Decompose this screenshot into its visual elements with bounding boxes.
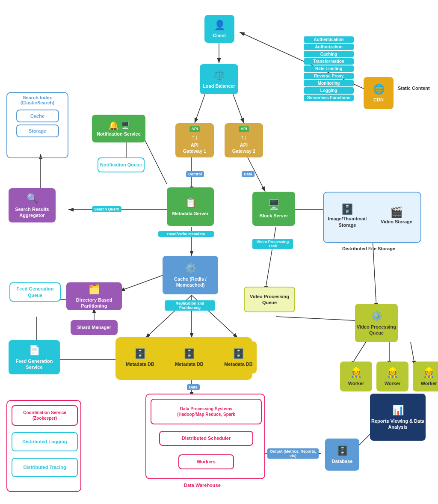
feed-generation-queue-node: Feed Generation Queue [9,282,61,302]
feature-transformation: Transformation [304,58,354,65]
metadata-server-label: Metadata Server [172,210,209,216]
svg-line-11 [120,274,167,291]
feature-list: Authentication Authorization Caching Tra… [304,36,354,101]
reports-icon: 📊 [392,404,404,417]
feed-service-icon: 📄 [29,344,40,357]
cache-icon: ⚙️ [185,262,196,275]
cdn-label: CDN [373,97,384,103]
cache-search-node: Cache [16,110,59,122]
worker-2-node: 👷 Worker [376,362,408,391]
storage-search-node: Storage [16,125,59,137]
api-gateway-1-label: APIGateway 1 [183,142,206,154]
video-processing-queue-small-node: Video Processing Queue [244,287,295,312]
api-gateway-2-node: API ↑↓ APIGateway 2 [225,123,263,157]
feature-logging: Logging [304,87,354,94]
video-processing-queue-large-node: ⚙️ Video Processing Queue [355,304,398,342]
feature-authorization: Authorization [304,44,354,50]
metadata-db-3-label: Metadata DB [224,361,253,367]
search-index-container: Search Index(ElasticSearch) Cache Storag… [6,92,68,158]
metadata-db-1-label: Metadata DB [126,361,154,367]
block-server-icon: 🖥️ [268,199,280,211]
data-processing-node: Data Processing Systems(Hadoop/Map Reduc… [151,399,262,424]
directory-icon: 🗂️ [89,283,100,296]
search-icon: 🔍 [27,193,38,205]
distributed-scheduler-label: Distributed Scheduler [182,435,231,441]
video-processing-task-label: Video Processing Task [252,239,293,249]
feed-generation-queue-label: Feed Generation Queue [10,286,60,298]
search-results-label: Search Results Aggregator [9,206,56,219]
svg-line-4 [195,93,205,123]
static-content-label: Static Content [398,86,430,91]
metadata-db-2-node: 🗄️ Metadata DB [171,341,207,374]
coordination-service-node: Coordination Service(Zookeeper) [12,405,78,426]
server-icon: 🖥️ [121,121,130,130]
search-results-aggregator-node: 🔍 Search Results Aggregator [9,188,56,222]
search-query-label: Search Query [92,206,121,212]
data-warehouse-container: Data Processing Systems(Hadoop/Map Reduc… [145,394,265,479]
video-storage-node: 🎬 Video Storage [375,196,418,234]
feature-caching: Caching [304,51,354,57]
client-node: 👤 Client [204,15,234,43]
notification-icon: 🔔 [108,120,119,131]
db2-icon: 🗄️ [183,348,195,360]
image-thumbnail-label: Image/Thumbnail Storage [326,216,369,228]
metadata-db-3-node: 🗄️ Metadata DB [220,341,257,374]
feature-reverse-proxy: Reverse Proxy [304,73,354,79]
notification-service-label: Notification Service [97,131,141,137]
cache-search-label: Cache [30,113,44,119]
workers-dw-label: Workers [197,459,216,465]
svg-line-5 [233,93,244,123]
control-label: Control [186,171,204,177]
image-storage-icon: 🗄️ [341,202,354,216]
distributed-logging-node: Distributed Logging [12,432,78,451]
coordination-service-label: Coordination Service(Zookeeper) [23,410,66,421]
database-node: 🗄️ Database [325,439,359,471]
read-write-label: Read/Write Metadata [158,231,214,237]
metadata-server-node: 📋 Metadata Server [167,187,214,226]
notification-queue-node: Notification Queue [98,157,145,172]
cache-redis-label: Cache (Redis / Memcached) [163,276,218,288]
svg-line-19 [265,227,276,291]
metadata-server-icon: 📋 [185,197,196,209]
search-index-title: Search Index(ElasticSearch) [7,93,68,107]
output-label: Output (Metrics, Reports, etc) [267,448,319,459]
worker-2-label: Worker [385,380,401,386]
feed-generation-service-node: 📄 Feed Generation Service [9,340,60,374]
feature-rate-limiting: Rate Limiting [304,65,354,72]
storage-search-label: Storage [29,128,46,134]
metadata-db-1-node: 🗄️ Metadata DB [122,341,158,374]
feature-serverless: Serverless Functions [304,95,354,101]
api-tag-1: API [189,126,199,132]
worker-1-node: 👷 Worker [340,362,372,391]
block-server-node: 🖥️ Block Server [252,192,295,226]
svg-line-20 [276,317,364,321]
load-balancer-label: Load Balancer [203,83,235,89]
data-warehouse-label: Data Warehouse [184,483,221,488]
api-tag-2: API [239,126,249,132]
block-server-label: Block Server [259,213,288,219]
database-icon: 🗄️ [337,445,348,457]
video-queue-icon: ⚙️ [371,310,382,323]
data-processing-label: Data Processing Systems(Hadoop/Map Reduc… [177,406,235,417]
database-label: Database [332,458,353,464]
shard-manager-node: Shard Manager [71,320,118,335]
worker3-icon: 👷 [423,367,435,379]
worker-3-label: Worker [421,380,437,386]
feature-monitoring: Monitoring [304,80,354,86]
cdn-node: 🌐 CDN [364,77,394,109]
distributed-tracing-label: Distributed Tracing [23,464,66,470]
distributed-scheduler-node: Distributed Scheduler [159,431,253,446]
load-balancer-icon: ⚖️ [213,69,225,82]
replication-label: Replication and Partitioning [165,300,215,311]
client-icon: 👤 [214,19,225,32]
db3-icon: 🗄️ [233,348,244,360]
worker-1-label: Worker [348,380,364,386]
load-balancer-node: ⚖️ Load Balancer [200,64,238,94]
feature-authentication: Authentication [304,36,354,43]
worker-3-node: 👷 Worker [413,362,438,391]
video-storage-label: Video Storage [381,219,412,225]
data-label-api: Data [242,171,255,177]
data-label-dw: Data [187,384,200,390]
reports-viewing-label: Reports Viewing & Data Analysis [370,418,426,430]
workers-dw-node: Workers [178,454,234,469]
